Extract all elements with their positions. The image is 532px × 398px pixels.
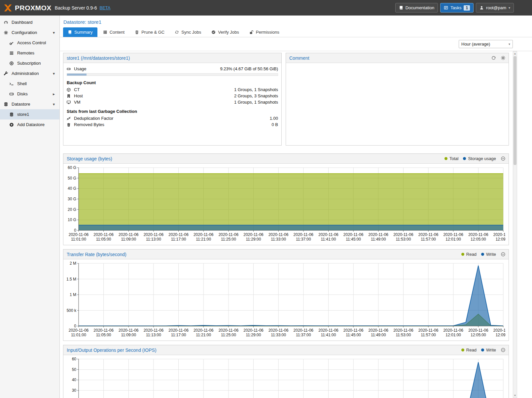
- svg-text:11:17:00: 11:17:00: [171, 237, 186, 242]
- svg-text:11:05:00: 11:05:00: [96, 237, 111, 242]
- collapse-icon[interactable]: [501, 348, 506, 352]
- svg-text:2020-11-06: 2020-11-06: [194, 232, 214, 237]
- tab-prune-gc[interactable]: Prune & GC: [130, 27, 169, 37]
- collapse-icon[interactable]: [501, 156, 506, 161]
- sidebar-item-access-control[interactable]: Access Control: [0, 38, 59, 48]
- legend-item-storage-usage[interactable]: Storage usage: [463, 156, 496, 161]
- svg-text:11:49:00: 11:49:00: [371, 333, 386, 337]
- documentation-label: Documentation: [406, 5, 434, 10]
- legend-dot: [481, 348, 484, 351]
- chart-tools: ReadWrite: [461, 252, 506, 257]
- scroll-up-arrow[interactable]: ▲: [513, 51, 517, 56]
- svg-text:2020-11-06: 2020-11-06: [93, 232, 114, 237]
- sidebar-item-dashboard[interactable]: Dashboard: [0, 17, 59, 27]
- svg-text:11:29:00: 11:29:00: [246, 333, 261, 337]
- svg-text:500 k: 500 k: [67, 308, 77, 313]
- svg-text:11:13:00: 11:13:00: [146, 333, 161, 337]
- svg-text:2020-11-06: 2020-11-06: [493, 328, 505, 333]
- svg-text:2020-11-06: 2020-11-06: [144, 232, 164, 237]
- vertical-scrollbar[interactable]: ▲ ▼: [513, 51, 517, 398]
- stat-row-vm: VM1 Groups, 1 Snapshots: [63, 99, 281, 105]
- stat-label: Deduplication Factor: [74, 116, 113, 121]
- legend-item-total[interactable]: Total: [444, 156, 458, 161]
- legend-item-read[interactable]: Read: [461, 348, 477, 352]
- page-title: Datastore: store1: [60, 16, 532, 26]
- sidebar-item-subscription[interactable]: Subscription: [0, 58, 59, 68]
- tab-summary[interactable]: Summary: [63, 27, 97, 37]
- sidebar-item-label: Subscription: [17, 61, 41, 66]
- sidebar-item-configuration[interactable]: Configuration▾: [0, 27, 59, 38]
- stat-value: 1.00: [270, 116, 278, 121]
- gear-icon[interactable]: [501, 55, 506, 60]
- caret-down-icon[interactable]: ▾: [53, 71, 55, 76]
- svg-text:2020-11-06: 2020-11-06: [418, 328, 439, 333]
- stat-label: VM: [74, 100, 81, 105]
- sidebar-item-label: Administration: [12, 71, 39, 76]
- caret-down-icon[interactable]: ▾: [53, 102, 55, 107]
- tab-content[interactable]: Content: [98, 27, 129, 37]
- svg-text:50 G: 50 G: [68, 176, 76, 181]
- summary-panel-header: store1 (/mnt/datastores/store1): [63, 53, 281, 63]
- legend-label: Write: [486, 348, 496, 352]
- documentation-button[interactable]: Documentation: [395, 3, 438, 13]
- sidebar-item-add-datastore[interactable]: Add Datastore: [0, 119, 59, 130]
- tab-label: Summary: [74, 30, 93, 35]
- backup-count-heading: Backup Count: [63, 77, 281, 86]
- tab-permissions[interactable]: Permissions: [245, 27, 284, 37]
- legend-item-write[interactable]: Write: [481, 348, 496, 352]
- collapse-icon[interactable]: [501, 252, 506, 257]
- comment-body[interactable]: [286, 63, 509, 145]
- database-icon: [4, 102, 9, 107]
- stat-value: 1 Groups, 1 Snapshots: [234, 100, 278, 105]
- svg-text:2020-11-06: 2020-11-06: [219, 232, 239, 237]
- sidebar-item-shell[interactable]: Shell: [0, 79, 59, 89]
- svg-text:11:17:00: 11:17:00: [171, 333, 186, 337]
- svg-text:2020-11-06: 2020-11-06: [393, 328, 413, 333]
- tab-label: Verify Jobs: [218, 30, 239, 35]
- svg-text:2020-11-06: 2020-11-06: [369, 328, 389, 333]
- sidebar-item-datastore[interactable]: Datastore▾: [0, 99, 59, 109]
- content-region: store1 (/mnt/datastores/store1) Usage 9.…: [60, 51, 532, 398]
- svg-text:11:29:00: 11:29:00: [246, 237, 261, 242]
- grid-icon: [103, 30, 107, 34]
- caret-down-icon: ▾: [509, 6, 510, 10]
- legend-item-read[interactable]: Read: [461, 252, 477, 257]
- top-row: store1 (/mnt/datastores/store1) Usage 9.…: [63, 53, 509, 149]
- beta-link[interactable]: BETA: [99, 5, 110, 10]
- user-menu-button[interactable]: root@pam ▾: [476, 3, 514, 13]
- svg-text:2020-11-06: 2020-11-06: [418, 232, 439, 237]
- svg-text:2020-11-06: 2020-11-06: [243, 232, 264, 237]
- refresh-icon[interactable]: [491, 55, 496, 60]
- sidebar-item-disks[interactable]: Disks▸: [0, 89, 59, 99]
- svg-text:11:01:00: 11:01:00: [71, 333, 86, 337]
- main-area: Datastore: store1 SummaryContentPrune & …: [60, 16, 532, 398]
- tasks-button[interactable]: Tasks 1: [440, 3, 474, 13]
- legend-dot: [461, 253, 464, 256]
- legend-label: Write: [486, 252, 496, 257]
- sidebar-item-remotes[interactable]: Remotes: [0, 48, 59, 58]
- legend-label: Read: [466, 252, 477, 257]
- sidebar-item-administration[interactable]: Administration▾: [0, 68, 59, 79]
- legend-item-write[interactable]: Write: [481, 252, 496, 257]
- check-circle-icon: [211, 30, 216, 34]
- sidebar-item-label: Dashboard: [12, 20, 33, 25]
- gc-stats-heading: Stats from last Garbage Collection: [63, 105, 281, 115]
- timeframe-select[interactable]: Hour (average) ▾: [459, 40, 513, 48]
- stat-label: CT: [74, 87, 80, 92]
- svg-text:10 G: 10 G: [68, 217, 76, 222]
- svg-text:2020-11-06: 2020-11-06: [194, 328, 214, 333]
- summary-panel-body: Usage 9.23% (4.67 GiB of 50.56 GiB) Back…: [63, 63, 281, 128]
- scroll-thumb[interactable]: [514, 56, 516, 165]
- caret-down-icon[interactable]: ▾: [53, 30, 55, 35]
- svg-text:11:05:00: 11:05:00: [96, 333, 111, 337]
- tab-sync-jobs[interactable]: Sync Jobs: [170, 27, 206, 37]
- scroll-down-arrow[interactable]: ▼: [513, 393, 517, 398]
- caret-right-icon[interactable]: ▸: [53, 92, 55, 96]
- legend-dot: [461, 348, 464, 351]
- svg-text:12:01:00: 12:01:00: [445, 237, 461, 242]
- key-icon: [9, 41, 15, 45]
- svg-text:2020-11-06: 2020-11-06: [493, 232, 505, 237]
- desktop-icon: [67, 100, 72, 104]
- sidebar-item-store1[interactable]: store1: [0, 109, 59, 119]
- tab-verify-jobs[interactable]: Verify Jobs: [207, 27, 244, 37]
